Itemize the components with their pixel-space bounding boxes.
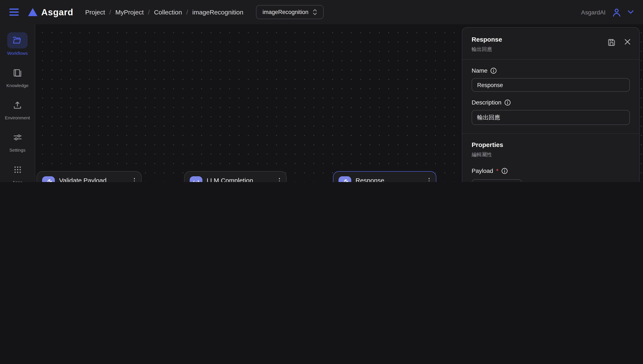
panel-header: Response 輸出回應 bbox=[462, 28, 639, 60]
info-icon[interactable] bbox=[504, 99, 511, 106]
sidebar-item-label: Workflows bbox=[7, 50, 28, 56]
sidebar-item-settings[interactable]: Settings bbox=[7, 129, 28, 152]
workflow-selector-value: imageRecognition bbox=[262, 9, 308, 15]
breadcrumb: Project / MyProject / Collection / image… bbox=[85, 8, 244, 16]
name-input[interactable]: Response bbox=[472, 78, 630, 92]
breadcrumb-project[interactable]: Project bbox=[85, 8, 105, 16]
node-validate-payload[interactable]: Validate Payload 定義工具的輸入格式 Success Failu… bbox=[37, 171, 142, 182]
node-title: LLM Completion bbox=[207, 177, 253, 182]
sidebar-item-label: Apps bbox=[12, 180, 23, 182]
payload-type-dropdown[interactable]: Expression bbox=[472, 179, 522, 182]
panel-subtitle: 輸出回應 bbox=[472, 46, 630, 53]
breadcrumb-separator: / bbox=[148, 8, 150, 16]
app-logo[interactable]: Asgard bbox=[28, 7, 73, 17]
user-avatar-icon[interactable] bbox=[612, 8, 621, 17]
sidebar-item-label: Knowledge bbox=[6, 83, 29, 88]
sidebar-item-knowledge[interactable]: Knowledge bbox=[6, 64, 29, 88]
wrench-icon bbox=[42, 176, 55, 182]
workflow-selector-dropdown[interactable]: imageRecognition bbox=[256, 5, 324, 19]
payload-label: Payload bbox=[472, 167, 493, 174]
breadcrumb-separator: / bbox=[109, 8, 111, 16]
sidebar-item-label: Environment bbox=[5, 115, 30, 120]
node-title: Validate Payload bbox=[59, 177, 107, 182]
sidebar-item-apps[interactable]: Apps bbox=[7, 162, 28, 182]
panel-properties-section: Properties 編輯屬性 Payload * Expression Edi… bbox=[462, 134, 639, 182]
panel-basic-section: Name Response Description 輸出回應 bbox=[462, 60, 639, 133]
node-menu-kebab-icon[interactable] bbox=[427, 177, 430, 182]
description-label: Description bbox=[472, 99, 501, 106]
unfold-chevrons-icon bbox=[313, 9, 317, 15]
breadcrumb-myproject[interactable]: MyProject bbox=[115, 8, 143, 16]
llm-bulb-icon bbox=[190, 176, 202, 182]
info-icon[interactable] bbox=[501, 168, 508, 174]
properties-subtitle: 編輯屬性 bbox=[472, 151, 630, 158]
sliders-icon bbox=[13, 134, 22, 141]
user-menu-chevron-down-icon[interactable] bbox=[628, 10, 634, 14]
logo-text: Asgard bbox=[41, 7, 73, 17]
folder-icon bbox=[13, 36, 22, 44]
logo-triangle-icon bbox=[28, 8, 38, 16]
node-menu-kebab-icon[interactable] bbox=[278, 177, 281, 182]
properties-title: Properties bbox=[472, 141, 630, 148]
node-title: Response bbox=[355, 177, 384, 182]
node-llm-completion[interactable]: LLM Completion 呼叫大型語言模型並產生結構化的資料輸出以輔助流程的… bbox=[184, 171, 287, 182]
name-label: Name bbox=[472, 67, 488, 74]
close-icon[interactable] bbox=[624, 39, 631, 45]
apps-grid-icon bbox=[14, 166, 22, 174]
book-icon bbox=[13, 68, 22, 77]
sidebar-item-environment[interactable]: Environment bbox=[5, 97, 30, 120]
sidebar-item-label: Settings bbox=[9, 148, 26, 152]
description-input[interactable]: 輸出回應 bbox=[472, 110, 630, 125]
panel-title: Response bbox=[472, 36, 630, 43]
user-label: AsgardAI bbox=[581, 9, 605, 16]
required-mark: * bbox=[496, 167, 498, 174]
top-right-user-area: AsgardAI bbox=[581, 8, 634, 17]
hamburger-menu-icon[interactable] bbox=[9, 8, 19, 16]
breadcrumb-separator: / bbox=[186, 8, 188, 16]
save-icon[interactable] bbox=[608, 39, 615, 46]
breadcrumb-collection[interactable]: Collection bbox=[154, 8, 182, 16]
top-bar: Asgard Project / MyProject / Collection … bbox=[0, 0, 643, 24]
node-config-panel: Response 輸出回應 Name Response bbox=[462, 27, 639, 182]
info-icon[interactable] bbox=[491, 67, 497, 74]
node-menu-kebab-icon[interactable] bbox=[133, 177, 136, 182]
left-sidebar: Workflows Knowledge Environment bbox=[0, 24, 35, 182]
wrench-icon bbox=[338, 176, 351, 182]
app-root: Asgard Project / MyProject / Collection … bbox=[0, 0, 643, 182]
sidebar-item-workflows[interactable]: Workflows bbox=[7, 32, 28, 56]
breadcrumb-workflow[interactable]: imageRecognition bbox=[192, 8, 243, 16]
upload-icon bbox=[13, 101, 22, 109]
node-response[interactable]: Response 輸出回應 Success Failure bbox=[333, 171, 436, 182]
